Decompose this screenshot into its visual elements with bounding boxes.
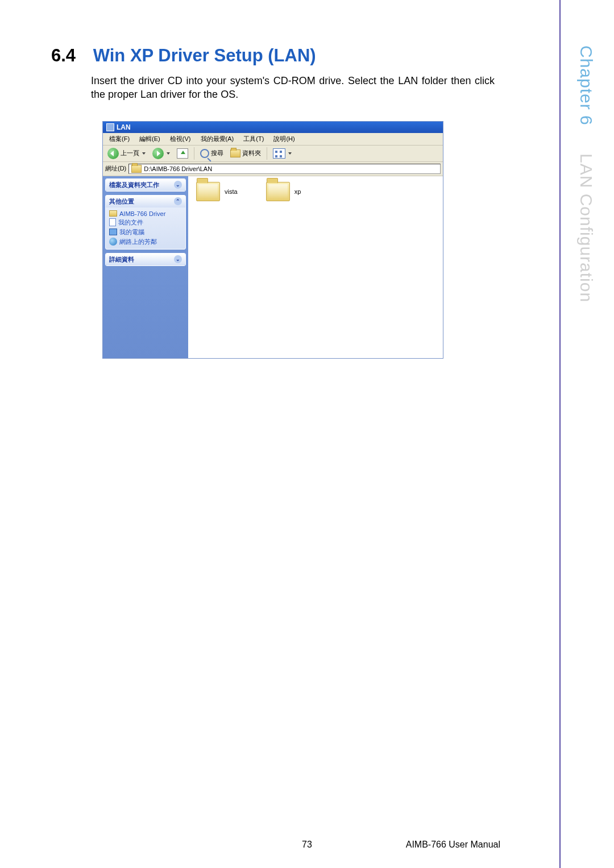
menu-favorites[interactable]: 我的最愛(A) bbox=[197, 134, 238, 144]
collapse-icon[interactable]: ⌃ bbox=[174, 197, 182, 205]
folders-button[interactable]: 資料夾 bbox=[228, 148, 263, 158]
folder-icon bbox=[266, 182, 290, 201]
manual-name: AIMB-766 User Manual bbox=[406, 840, 500, 850]
rail-chapter: Chapter 6 bbox=[576, 45, 596, 126]
other-places-header[interactable]: 其他位置 ⌃ bbox=[106, 196, 185, 207]
sidebar-item-label: 網路上的芳鄰 bbox=[119, 238, 157, 246]
side-panel: 檔案及資料夾工作 ⌄ 其他位置 ⌃ AIMB-766 Driver bbox=[103, 176, 188, 358]
forward-icon bbox=[152, 148, 164, 159]
search-label: 搜尋 bbox=[211, 149, 223, 157]
computer-icon bbox=[109, 229, 117, 235]
folder-vista[interactable]: vista bbox=[196, 182, 238, 201]
window-title: LAN bbox=[117, 123, 131, 131]
expand-icon[interactable]: ⌄ bbox=[174, 255, 182, 263]
separator bbox=[194, 147, 194, 160]
folder-icon bbox=[131, 165, 142, 173]
section-number: 6.4 bbox=[51, 45, 76, 65]
page-number: 73 bbox=[302, 840, 312, 850]
folder-xp[interactable]: xp bbox=[266, 182, 301, 201]
back-button[interactable]: 上一頁 bbox=[105, 147, 148, 160]
sidebar-item-my-computer[interactable]: 我的電腦 bbox=[109, 227, 182, 237]
menu-tools[interactable]: 工具(T) bbox=[239, 134, 268, 144]
views-button[interactable] bbox=[271, 148, 294, 159]
details-header[interactable]: 詳細資料 ⌄ bbox=[106, 254, 185, 265]
back-label: 上一頁 bbox=[121, 149, 139, 157]
document-page: 6.4 Win XP Driver Setup (LAN) Insert the… bbox=[0, 0, 614, 868]
section-title: Win XP Driver Setup (LAN) bbox=[81, 45, 316, 65]
folder-content[interactable]: vista xp bbox=[188, 176, 443, 358]
details-header-label: 詳細資料 bbox=[109, 255, 134, 264]
chevron-down-icon bbox=[167, 152, 170, 155]
other-places-label: 其他位置 bbox=[109, 197, 134, 206]
folder-icon bbox=[230, 149, 240, 157]
window-titlebar[interactable]: LAN bbox=[103, 122, 443, 133]
tasks-header[interactable]: 檔案及資料夾工作 ⌄ bbox=[106, 179, 185, 191]
search-icon bbox=[200, 149, 209, 158]
section-heading: 6.4 Win XP Driver Setup (LAN) bbox=[51, 45, 563, 66]
explorer-body: 檔案及資料夾工作 ⌄ 其他位置 ⌃ AIMB-766 Driver bbox=[103, 176, 443, 358]
toolbar: 上一頁 搜尋 資料夾 bbox=[103, 146, 443, 162]
folder-icon bbox=[109, 210, 117, 217]
network-icon bbox=[109, 238, 117, 246]
documents-icon bbox=[109, 218, 116, 226]
tasks-panel: 檔案及資料夾工作 ⌄ bbox=[105, 178, 186, 192]
up-button[interactable] bbox=[175, 148, 190, 159]
sidebar-item-label: 我的文件 bbox=[118, 218, 143, 227]
details-panel: 詳細資料 ⌄ bbox=[105, 253, 186, 266]
tasks-header-label: 檔案及資料夾工作 bbox=[109, 181, 159, 189]
separator bbox=[267, 147, 267, 160]
sidebar-item-label: AIMB-766 Driver bbox=[119, 210, 165, 217]
sidebar-item-documents[interactable]: 我的文件 bbox=[109, 218, 182, 227]
folders-label: 資料夾 bbox=[242, 149, 261, 157]
expand-icon[interactable]: ⌄ bbox=[174, 181, 182, 189]
other-places-panel: 其他位置 ⌃ AIMB-766 Driver 我的文件 bbox=[105, 195, 186, 250]
search-button[interactable]: 搜尋 bbox=[198, 148, 226, 159]
explorer-window: LAN 檔案(F) 編輯(E) 檢視(V) 我的最愛(A) 工具(T) 說明(H… bbox=[102, 121, 443, 359]
address-bar: 網址(D) D:\AIMB-766 Driver\LAN bbox=[103, 162, 443, 176]
menu-view[interactable]: 檢視(V) bbox=[166, 134, 195, 144]
address-input[interactable]: D:\AIMB-766 Driver\LAN bbox=[128, 164, 441, 174]
folder-label: vista bbox=[225, 188, 238, 195]
chevron-down-icon bbox=[142, 152, 146, 155]
window-icon bbox=[106, 123, 114, 131]
sidebar-item-label: 我的電腦 bbox=[119, 228, 144, 236]
other-places-body: AIMB-766 Driver 我的文件 我的電腦 網路上的芳鄰 bbox=[106, 207, 185, 249]
chapter-rail: Chapter 6 LAN Configuration bbox=[559, 0, 614, 868]
views-icon bbox=[273, 148, 285, 159]
folder-icon bbox=[196, 182, 220, 201]
menu-help[interactable]: 說明(H) bbox=[269, 134, 298, 144]
folder-up-icon bbox=[177, 148, 188, 159]
address-label: 網址(D) bbox=[105, 164, 126, 173]
forward-button[interactable] bbox=[150, 147, 172, 160]
menu-file[interactable]: 檔案(F) bbox=[105, 134, 134, 144]
sidebar-item-driver[interactable]: AIMB-766 Driver bbox=[109, 210, 182, 218]
back-icon bbox=[107, 148, 119, 159]
folder-label: xp bbox=[294, 188, 301, 195]
chevron-down-icon bbox=[288, 152, 292, 155]
address-path: D:\AIMB-766 Driver\LAN bbox=[144, 165, 212, 172]
menu-bar[interactable]: 檔案(F) 編輯(E) 檢視(V) 我的最愛(A) 工具(T) 說明(H) bbox=[103, 133, 443, 146]
sidebar-item-network[interactable]: 網路上的芳鄰 bbox=[109, 237, 182, 247]
section-body: Insert the driver CD into your system's … bbox=[51, 74, 563, 102]
menu-edit[interactable]: 編輯(E) bbox=[135, 134, 164, 144]
rail-subtitle: LAN Configuration bbox=[576, 153, 596, 302]
